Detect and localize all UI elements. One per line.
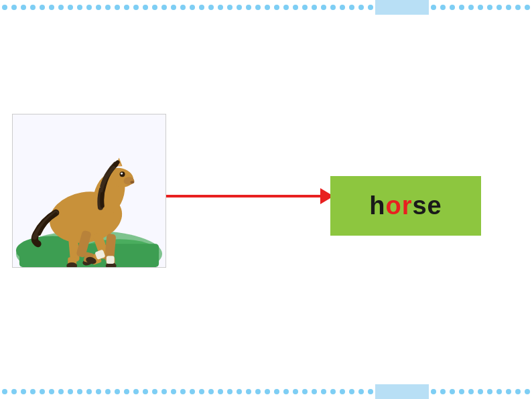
dot: [143, 389, 148, 394]
dot: [358, 5, 364, 10]
dot: [478, 389, 483, 394]
dot: [68, 389, 73, 394]
dot: [237, 5, 242, 10]
dot: [312, 389, 317, 394]
dot: [40, 389, 45, 394]
dot: [11, 389, 17, 394]
dot: [227, 389, 232, 394]
dot: [255, 389, 261, 394]
dot: [30, 5, 36, 10]
bottom-dots-left: [0, 384, 375, 399]
dot: [330, 389, 336, 394]
dot: [171, 5, 176, 10]
dot: [525, 389, 530, 394]
dot: [77, 389, 82, 394]
dot: [2, 5, 7, 10]
dot: [133, 5, 139, 10]
dot: [515, 389, 521, 394]
dot: [368, 389, 373, 394]
horse-image: [12, 114, 166, 268]
dot: [293, 389, 298, 394]
dot: [496, 5, 502, 10]
dot: [525, 5, 530, 10]
dot: [312, 5, 317, 10]
dot: [11, 5, 17, 10]
dot: [208, 5, 214, 10]
dot: [58, 5, 64, 10]
dot: [77, 5, 82, 10]
dot: [124, 389, 129, 394]
dot: [180, 389, 186, 394]
dot: [321, 389, 326, 394]
top-dots-left: [0, 0, 375, 15]
dot: [274, 5, 279, 10]
dot: [115, 5, 120, 10]
dot: [68, 5, 73, 10]
dot: [450, 5, 455, 10]
bottom-border: [0, 384, 532, 399]
dot: [330, 5, 336, 10]
svg-point-8: [124, 177, 135, 185]
dot: [96, 5, 101, 10]
dot: [440, 389, 446, 394]
dot: [506, 389, 511, 394]
arrow: [166, 186, 334, 206]
dot: [143, 5, 148, 10]
dot: [30, 389, 36, 394]
dot: [115, 389, 120, 394]
dot: [86, 5, 92, 10]
dot: [190, 5, 195, 10]
dot: [105, 5, 111, 10]
dot: [199, 389, 204, 394]
dot: [265, 389, 270, 394]
dot: [190, 389, 195, 394]
dot: [21, 5, 26, 10]
dot: [265, 5, 270, 10]
dot: [152, 389, 157, 394]
dot: [487, 389, 492, 394]
bottom-border-gap: [375, 384, 429, 399]
dot: [321, 5, 326, 10]
word-label: horse: [369, 191, 442, 220]
dot: [246, 389, 251, 394]
dot: [274, 389, 279, 394]
dot: [340, 389, 345, 394]
dot: [171, 389, 176, 394]
dot: [208, 389, 214, 394]
top-border: [0, 0, 532, 15]
dot: [450, 389, 455, 394]
dot: [283, 389, 289, 394]
dot: [58, 389, 64, 394]
arrow-line: [166, 195, 320, 197]
dot: [496, 389, 502, 394]
dot: [86, 389, 92, 394]
dot: [349, 5, 354, 10]
dot: [49, 5, 54, 10]
word-box: horse: [330, 176, 481, 236]
dot: [302, 389, 308, 394]
dot: [515, 5, 521, 10]
word-highlight: or: [385, 191, 412, 220]
dot: [459, 5, 464, 10]
dot: [431, 5, 436, 10]
dot: [161, 389, 167, 394]
dot: [40, 5, 45, 10]
dot: [368, 5, 373, 10]
dot: [340, 5, 345, 10]
dot: [227, 5, 232, 10]
svg-point-11: [121, 173, 123, 175]
top-dots-right: [429, 0, 532, 15]
svg-point-9: [130, 181, 134, 183]
dot: [152, 5, 157, 10]
dot: [293, 5, 298, 10]
dot: [180, 5, 186, 10]
dot: [49, 389, 54, 394]
dot: [21, 389, 26, 394]
dot: [487, 5, 492, 10]
dot: [283, 5, 289, 10]
top-border-gap: [375, 0, 429, 15]
dot: [133, 389, 139, 394]
dot: [124, 5, 129, 10]
dot: [161, 5, 167, 10]
svg-rect-27: [107, 256, 115, 264]
